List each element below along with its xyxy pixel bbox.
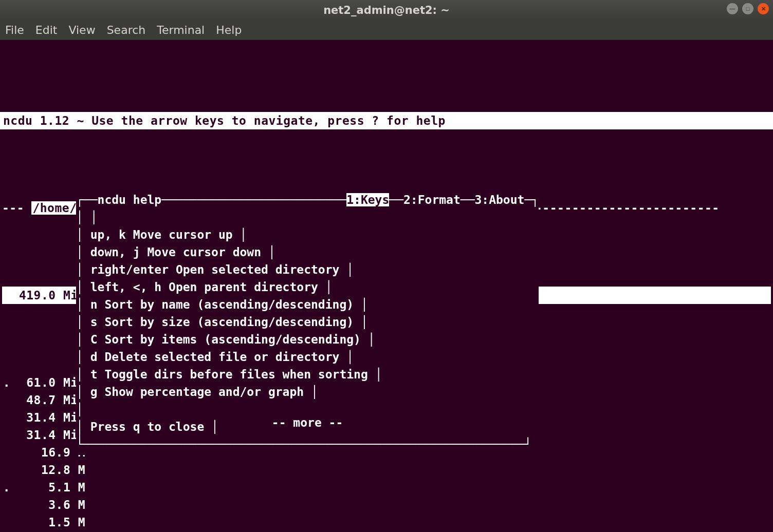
help-key-row: down, j Move cursor down — [83, 245, 268, 259]
help-key-row: n Sort by name (ascending/descending) — [83, 298, 361, 311]
menu-file[interactable]: File — [5, 24, 24, 36]
help-desc: Sort by items (ascending/descending) — [104, 333, 361, 346]
help-key-row: t Toggle dirs before files when sorting — [83, 368, 375, 381]
help-desc: Open parent directory — [169, 280, 318, 294]
menu-help[interactable]: Help — [216, 24, 242, 36]
help-key-row: s Sort by size (ascending/descending) — [83, 315, 361, 329]
help-tab-keys[interactable]: 1:Keys — [346, 193, 389, 206]
help-key-row: C Sort by items (ascending/descending) — [83, 333, 368, 346]
menu-bar: File Edit View Search Terminal Help — [0, 21, 773, 40]
ncdu-row-mark — [2, 496, 11, 514]
menu-search[interactable]: Search — [107, 24, 146, 36]
ncdu-row-mark — [2, 514, 11, 531]
help-desc: Show percentage and/or graph — [104, 385, 304, 398]
help-key: n — [83, 298, 98, 311]
maximize-button[interactable] — [742, 3, 753, 14]
minimize-button[interactable] — [727, 3, 738, 14]
menu-view[interactable]: View — [68, 24, 95, 36]
ncdu-row-mark — [2, 409, 11, 426]
help-key-row: d Delete selected file or directory — [83, 350, 346, 364]
ncdu-help-popup: ┌──ncdu help──────────────────────────1:… — [76, 193, 539, 455]
help-desc: Move cursor up — [133, 228, 233, 241]
help-key: up, k — [83, 228, 126, 241]
ncdu-row-size: 3.6 M — [11, 496, 88, 514]
ncdu-row-size: 12.8 M — [11, 461, 88, 479]
ncdu-row-name — [88, 479, 94, 496]
help-desc: Delete selected file or directory — [104, 350, 339, 364]
window-controls — [727, 3, 769, 14]
menu-edit[interactable]: Edit — [35, 24, 58, 36]
ncdu-row-name — [88, 514, 94, 531]
help-desc: Toggle dirs before files when sorting — [104, 368, 367, 381]
help-key: C — [83, 333, 98, 346]
help-key: g — [83, 385, 98, 398]
ncdu-row-size: 1.5 M — [11, 514, 88, 531]
ncdu-header: ncdu 1.12 ~ Use the arrow keys to naviga… — [0, 112, 773, 129]
help-key: s — [83, 315, 98, 329]
ncdu-row[interactable]: 3.6 M — [0, 496, 773, 514]
ncdu-row[interactable]: 12.8 M — [0, 461, 773, 479]
help-tab-format[interactable]: 2:Format — [403, 193, 461, 206]
ncdu-row-size: 5.1 M — [11, 479, 88, 496]
help-desc: Open selected directory — [176, 263, 340, 276]
help-more: -- more -- — [272, 416, 343, 429]
help-desc: Move cursor down — [148, 245, 262, 259]
help-desc: Sort by size (ascending/descending) — [104, 315, 354, 329]
close-button[interactable] — [758, 3, 769, 14]
help-desc: Sort by name (ascending/descending) — [104, 298, 354, 311]
ncdu-row[interactable]: .5.1 M — [0, 479, 773, 496]
help-key: down, j — [83, 245, 140, 259]
help-key: right/enter — [83, 263, 169, 276]
ncdu-row-name — [88, 496, 94, 514]
ncdu-row-mark: . — [2, 479, 11, 496]
menu-terminal[interactable]: Terminal — [157, 24, 205, 36]
ncdu-row-name — [88, 461, 94, 479]
help-key-row: left, <, h Open parent directory — [83, 280, 325, 294]
help-close-hint: Press q to close — [90, 420, 205, 433]
help-key-row: g Show percentage and/or graph — [83, 385, 311, 398]
help-key: t — [83, 368, 98, 381]
help-tab-about[interactable]: 3:About — [474, 193, 524, 206]
help-key-row: right/enter Open selected directory — [83, 263, 346, 276]
window-title: net2_admin@net2: ~ — [323, 4, 450, 16]
ncdu-row-mark — [2, 461, 11, 479]
help-key-row: up, k Move cursor up — [83, 228, 240, 241]
help-title: ncdu help — [98, 193, 162, 206]
ncdu-row-mark — [2, 444, 11, 461]
window-titlebar: net2_admin@net2: ~ — [0, 0, 773, 21]
help-key: left, <, h — [83, 280, 161, 294]
help-key: d — [83, 350, 98, 364]
ncdu-row-mark: . — [2, 374, 11, 391]
ncdu-row-mark — [2, 391, 11, 409]
ncdu-row[interactable]: 1.5 M — [0, 514, 773, 531]
ncdu-row-mark — [2, 426, 11, 444]
